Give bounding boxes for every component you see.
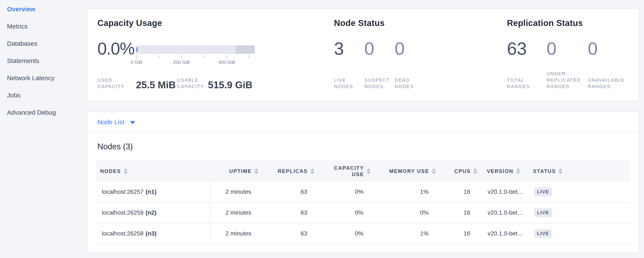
under-replicated-ranges-label: UNDER- REPLICATED RANGES — [546, 71, 581, 90]
replicas-cell: 63 — [258, 188, 314, 195]
sidebar-item-advanced-debug[interactable]: Advanced Debug — [7, 109, 84, 116]
column-header-cpus[interactable]: CPUS — [436, 161, 478, 182]
column-header-replicas[interactable]: REPLICAS — [258, 161, 314, 182]
table-row: localhost:26257(n1) 2 minutes 63 0% 1% 1… — [96, 182, 630, 202]
under-replicated-ranges-value: 0 — [546, 40, 556, 57]
cpus-cell: 16 — [436, 209, 478, 216]
memory-use-cell: 0% — [371, 209, 436, 216]
cpus-cell: 16 — [436, 188, 478, 195]
replication-status-title: Replication Status — [507, 19, 583, 27]
memory-use-cell: 1% — [371, 188, 436, 195]
sidebar-item-jobs[interactable]: Jobs — [7, 92, 84, 98]
column-header-capacity-use[interactable]: CAPACITY USE — [314, 161, 371, 182]
node-address-cell[interactable]: localhost:26257(n1) — [96, 188, 210, 195]
unavailable-ranges-label: UNAVAILABLE RANGES — [588, 77, 625, 90]
capacity-use-cell: 0% — [314, 230, 371, 237]
cluster-summary-card: Capacity Usage 0.0% 0 GiB 200 GiB 400 Gi… — [87, 9, 639, 101]
table-column-divider — [210, 182, 210, 244]
sort-icon — [310, 168, 314, 174]
sidebar-item-network-latency[interactable]: Network Latency — [7, 75, 84, 81]
node-list-dropdown[interactable]: Node List — [98, 112, 135, 132]
sidebar-item-overview[interactable]: Overview — [7, 6, 84, 12]
sort-icon — [432, 168, 436, 174]
version-cell: v20.1.0-bet… — [478, 188, 530, 195]
capacity-use-cell: 0% — [314, 188, 371, 195]
sort-icon — [558, 168, 562, 174]
unavailable-ranges-value: 0 — [588, 40, 598, 57]
replicas-cell: 63 — [258, 230, 314, 237]
status-badge: LIVE — [534, 229, 552, 238]
node-list-dropdown-label: Node List — [98, 118, 124, 126]
version-cell: v20.1.0-bet… — [478, 230, 530, 237]
total-ranges-value: 63 — [507, 40, 527, 57]
status-badge: LIVE — [534, 187, 552, 196]
version-cell: v20.1.0-bet… — [478, 209, 530, 216]
sort-icon — [254, 168, 258, 174]
column-header-status[interactable]: STATUS — [530, 161, 630, 182]
sidebar-item-metrics[interactable]: Metrics — [7, 23, 84, 30]
node-list-card: Node List Nodes (3) NODES UPTIME REPLICA… — [87, 112, 639, 253]
sort-icon — [516, 168, 520, 174]
uptime-cell: 2 minutes — [210, 209, 258, 216]
nodes-table-header: NODES UPTIME REPLICAS CAPACITY USE MEMOR… — [96, 161, 630, 182]
sidebar-item-statements[interactable]: Statements — [7, 58, 84, 64]
sort-icon — [473, 168, 478, 174]
column-header-version[interactable]: VERSION — [478, 161, 530, 182]
nodes-section-heading: Nodes (3) — [98, 143, 133, 151]
table-row: localhost:26259(n2) 2 minutes 63 0% 0% 1… — [96, 202, 630, 223]
table-row: localhost:26258(n3) 2 minutes 63 0% 1% 1… — [96, 223, 630, 244]
uptime-cell: 2 minutes — [210, 188, 258, 195]
sidebar: Overview Metrics Databases Statements Ne… — [7, 6, 84, 126]
column-header-uptime[interactable]: UPTIME — [210, 161, 258, 182]
status-cell: LIVE — [530, 208, 630, 217]
capacity-use-cell: 0% — [314, 209, 371, 216]
cockroachdb-admin-overview: { "colors": { "accent": "#3b7cf2", "page… — [0, 0, 644, 258]
uptime-cell: 2 minutes — [210, 230, 258, 237]
status-badge: LIVE — [534, 208, 552, 217]
node-address-cell[interactable]: localhost:26258(n3) — [96, 230, 210, 237]
replication-status-panel: Replication Status 63 0 0 TOTAL RANGES U… — [88, 9, 639, 101]
memory-use-cell: 1% — [371, 230, 436, 237]
sort-icon — [124, 168, 128, 174]
status-cell: LIVE — [530, 187, 630, 196]
status-cell: LIVE — [530, 229, 630, 238]
column-header-memory-use[interactable]: MEMORY USE — [371, 161, 436, 182]
column-header-nodes[interactable]: NODES — [96, 161, 210, 182]
nodes-table: NODES UPTIME REPLICAS CAPACITY USE MEMOR… — [96, 161, 630, 244]
sort-icon — [366, 168, 371, 174]
node-list-header-bar: Node List — [88, 112, 639, 132]
replicas-cell: 63 — [258, 209, 314, 216]
sidebar-item-databases[interactable]: Databases — [7, 40, 84, 47]
cpus-cell: 16 — [436, 230, 478, 237]
total-ranges-label: TOTAL RANGES — [507, 77, 530, 90]
node-address-cell[interactable]: localhost:26259(n2) — [96, 209, 210, 216]
chevron-down-icon — [130, 121, 135, 124]
